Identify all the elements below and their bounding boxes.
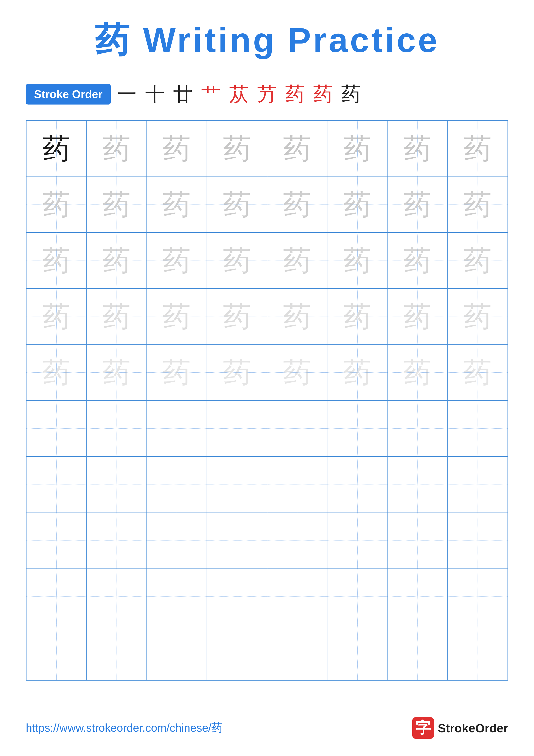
grid-cell-r1c4[interactable]: 药: [207, 121, 267, 177]
grid-cell-r9c4[interactable]: [207, 568, 267, 624]
grid-cell-r5c4[interactable]: 药: [207, 344, 267, 400]
grid-cell-r6c2[interactable]: [87, 400, 146, 456]
grid-cell-r4c6[interactable]: 药: [327, 288, 387, 345]
page-title: 药 Writing Practice: [26, 17, 508, 64]
grid-cell-r4c1[interactable]: 药: [26, 288, 87, 345]
grid-cell-r1c1[interactable]: 药: [26, 121, 87, 177]
page: 药 Writing Practice Stroke Order 一 十 廿 艹 …: [0, 0, 534, 756]
stroke-sequence: 一 十 廿 艹 苁 芀 药 药 药: [117, 81, 361, 107]
grid-cell-r10c8[interactable]: [447, 624, 508, 680]
grid-cell-r10c7[interactable]: [387, 624, 447, 680]
grid-cell-r6c3[interactable]: [147, 400, 207, 456]
grid-cell-r7c6[interactable]: [327, 456, 387, 512]
grid-cell-r1c7[interactable]: 药: [387, 121, 447, 177]
footer-url[interactable]: https://www.strokeorder.com/chinese/药: [26, 720, 222, 736]
grid-cell-r5c2[interactable]: 药: [87, 344, 146, 400]
grid-cell-r8c8[interactable]: [447, 512, 508, 568]
grid-cell-r10c3[interactable]: [147, 624, 207, 680]
stroke-7: 药: [285, 81, 305, 107]
stroke-2: 十: [145, 81, 165, 107]
grid-cell-r6c8[interactable]: [447, 400, 508, 456]
grid-cell-r1c2[interactable]: 药: [87, 121, 146, 177]
title-char: 药: [95, 21, 131, 59]
grid-cell-r10c4[interactable]: [207, 624, 267, 680]
grid-cell-r5c6[interactable]: 药: [327, 344, 387, 400]
grid-cell-r9c2[interactable]: [87, 568, 146, 624]
grid-cell-r3c4[interactable]: 药: [207, 232, 267, 288]
grid-cell-r7c4[interactable]: [207, 456, 267, 512]
grid-cell-r5c8[interactable]: 药: [447, 344, 508, 400]
grid-cell-r6c4[interactable]: [207, 400, 267, 456]
grid-cell-r3c1[interactable]: 药: [26, 232, 87, 288]
grid-cell-r7c5[interactable]: [267, 456, 327, 512]
footer-logo: 字 StrokeOrder: [412, 717, 508, 739]
grid-cell-r7c2[interactable]: [87, 456, 146, 512]
stroke-5: 苁: [229, 81, 249, 107]
grid-cell-r1c3[interactable]: 药: [147, 121, 207, 177]
grid-cell-r7c3[interactable]: [147, 456, 207, 512]
grid-cell-r2c5[interactable]: 药: [267, 177, 327, 233]
grid-cell-r7c1[interactable]: [26, 456, 87, 512]
grid-cell-r10c1[interactable]: [26, 624, 87, 680]
footer: https://www.strokeorder.com/chinese/药 字 …: [26, 717, 508, 739]
grid-cell-r4c4[interactable]: 药: [207, 288, 267, 345]
stroke-6: 芀: [257, 81, 277, 107]
grid-cell-r4c8[interactable]: 药: [447, 288, 508, 345]
grid-cell-r8c4[interactable]: [207, 512, 267, 568]
grid-cell-r4c2[interactable]: 药: [87, 288, 146, 345]
grid-cell-r2c3[interactable]: 药: [147, 177, 207, 233]
grid-cell-r2c7[interactable]: 药: [387, 177, 447, 233]
grid-cell-r1c6[interactable]: 药: [327, 121, 387, 177]
grid-cell-r3c3[interactable]: 药: [147, 232, 207, 288]
grid-cell-r5c3[interactable]: 药: [147, 344, 207, 400]
grid-cell-r7c8[interactable]: [447, 456, 508, 512]
grid-cell-r8c7[interactable]: [387, 512, 447, 568]
grid-cell-r8c6[interactable]: [327, 512, 387, 568]
grid-cell-r3c8[interactable]: 药: [447, 232, 508, 288]
grid-cell-r2c8[interactable]: 药: [447, 177, 508, 233]
grid-cell-r6c6[interactable]: [327, 400, 387, 456]
stroke-4: 艹: [201, 81, 220, 107]
grid-cell-r2c4[interactable]: 药: [207, 177, 267, 233]
grid-cell-r9c5[interactable]: [267, 568, 327, 624]
grid-cell-r6c1[interactable]: [26, 400, 87, 456]
grid-cell-r1c5[interactable]: 药: [267, 121, 327, 177]
grid-cell-r2c2[interactable]: 药: [87, 177, 146, 233]
grid-cell-r8c2[interactable]: [87, 512, 146, 568]
stroke-order-row: Stroke Order 一 十 廿 艹 苁 芀 药 药 药: [26, 81, 508, 107]
practice-grid: 药 药 药 药 药 药 药 药 药 药 药 药 药 药 药 药 药 药 药 药 …: [26, 120, 508, 681]
stroke-3: 廿: [173, 81, 192, 107]
grid-cell-r3c6[interactable]: 药: [327, 232, 387, 288]
grid-cell-r6c7[interactable]: [387, 400, 447, 456]
grid-cell-r5c1[interactable]: 药: [26, 344, 87, 400]
grid-cell-r8c5[interactable]: [267, 512, 327, 568]
grid-cell-r9c8[interactable]: [447, 568, 508, 624]
grid-cell-r1c8[interactable]: 药: [447, 121, 508, 177]
grid-cell-r10c6[interactable]: [327, 624, 387, 680]
grid-cell-r8c3[interactable]: [147, 512, 207, 568]
grid-cell-r9c6[interactable]: [327, 568, 387, 624]
grid-cell-r4c7[interactable]: 药: [387, 288, 447, 345]
grid-cell-r8c1[interactable]: [26, 512, 87, 568]
grid-cell-r10c5[interactable]: [267, 624, 327, 680]
grid-cell-r5c5[interactable]: 药: [267, 344, 327, 400]
grid-cell-r5c7[interactable]: 药: [387, 344, 447, 400]
grid-cell-r10c2[interactable]: [87, 624, 146, 680]
logo-text: StrokeOrder: [438, 721, 508, 735]
grid-cell-r9c7[interactable]: [387, 568, 447, 624]
logo-icon: 字: [412, 717, 434, 739]
stroke-order-badge: Stroke Order: [26, 84, 111, 104]
stroke-1: 一: [117, 81, 137, 107]
stroke-8: 药: [313, 81, 333, 107]
grid-cell-r2c1[interactable]: 药: [26, 177, 87, 233]
grid-cell-r3c7[interactable]: 药: [387, 232, 447, 288]
grid-cell-r3c2[interactable]: 药: [87, 232, 146, 288]
grid-cell-r4c5[interactable]: 药: [267, 288, 327, 345]
grid-cell-r9c1[interactable]: [26, 568, 87, 624]
grid-cell-r9c3[interactable]: [147, 568, 207, 624]
grid-cell-r2c6[interactable]: 药: [327, 177, 387, 233]
grid-cell-r7c7[interactable]: [387, 456, 447, 512]
grid-cell-r6c5[interactable]: [267, 400, 327, 456]
grid-cell-r3c5[interactable]: 药: [267, 232, 327, 288]
grid-cell-r4c3[interactable]: 药: [147, 288, 207, 345]
